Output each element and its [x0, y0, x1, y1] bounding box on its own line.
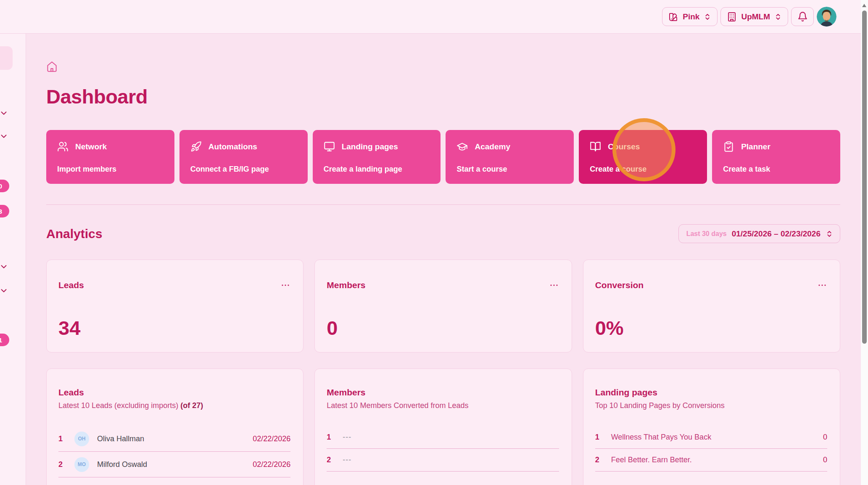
- vertical-scrollbar[interactable]: [861, 0, 868, 485]
- sidebar-count-badge: 3: [0, 205, 9, 217]
- action-title: Network: [75, 142, 107, 151]
- stat-value: 0: [327, 318, 559, 338]
- clipboard-check-icon: [723, 141, 734, 152]
- action-title: Landing pages: [342, 142, 398, 151]
- chevron-down-icon[interactable]: [0, 286, 8, 295]
- building-icon: [727, 12, 737, 22]
- organization-select-label: UpMLM: [741, 12, 770, 21]
- sidebar: 0 3 1: [0, 34, 26, 485]
- dashboard-page: Pink UpMLM: [0, 0, 868, 485]
- network-action-button[interactable]: Network Import members: [46, 130, 174, 184]
- user-avatar[interactable]: [817, 7, 836, 27]
- chevron-down-icon[interactable]: [0, 109, 8, 118]
- scrollbar-thumb[interactable]: [862, 11, 867, 344]
- landing-pages-list-card: Landing pages Top 10 Landing Pages by Co…: [583, 368, 840, 485]
- initials-avatar: OH: [74, 432, 89, 446]
- theme-select-label: Pink: [683, 12, 699, 21]
- stats-row: Leads 34 Members 0 Conversion: [46, 260, 840, 352]
- chevron-down-icon[interactable]: [0, 262, 8, 271]
- date-range-preset-label: Last 30 days: [686, 230, 727, 238]
- list-subtitle: Latest 10 Members Converted from Leads: [327, 401, 559, 410]
- sidebar-active-item[interactable]: [0, 46, 13, 70]
- quick-actions-row: Network Import members Automations: [46, 130, 840, 184]
- home-icon[interactable]: [46, 61, 840, 72]
- lead-row[interactable]: 1 OH Oliva Hallman 02/22/2026: [58, 426, 290, 452]
- chevrons-up-down-icon: [774, 13, 782, 21]
- list-subtitle: Latest 10 Leads (excluding imports) (of …: [58, 401, 290, 410]
- users-icon: [57, 141, 69, 152]
- rocket-icon: [190, 141, 202, 152]
- date-range-select[interactable]: Last 30 days 01/25/2026 – 02/23/2026: [678, 224, 840, 243]
- page-title: Dashboard: [46, 85, 840, 108]
- stat-title: Members: [327, 280, 365, 290]
- stat-title: Leads: [58, 280, 84, 290]
- members-stat-card: Members 0: [314, 260, 572, 352]
- member-row: 2 ---: [327, 449, 559, 472]
- landing-page-row[interactable]: 2 Feel Better. Earn Better. 0: [595, 449, 827, 472]
- action-title: Academy: [475, 142, 510, 151]
- ellipsis-menu-icon[interactable]: [280, 280, 290, 290]
- swatchbook-icon: [668, 12, 678, 22]
- chevron-down-icon[interactable]: [0, 132, 8, 141]
- graduation-cap-icon: [456, 141, 468, 152]
- list-subtitle: Top 10 Landing Pages by Conversions: [595, 401, 827, 410]
- stat-value: 0%: [595, 318, 827, 338]
- action-title: Courses: [608, 142, 640, 151]
- scroll-up-arrow-icon[interactable]: [862, 4, 866, 7]
- ellipsis-menu-icon[interactable]: [549, 280, 559, 290]
- academy-action-button[interactable]: Academy Start a course: [446, 130, 574, 184]
- breadcrumb: [46, 61, 840, 72]
- action-subtitle: Start a course: [456, 165, 564, 174]
- date-range-value: 01/25/2026 – 02/23/2026: [732, 229, 821, 239]
- ellipsis-menu-icon[interactable]: [817, 280, 827, 290]
- automations-action-button[interactable]: Automations Connect a FB/IG page: [179, 130, 308, 184]
- analytics-title: Analytics: [46, 227, 102, 241]
- lists-row: Leads Latest 10 Leads (excluding imports…: [46, 368, 840, 485]
- monitor-icon: [324, 141, 335, 152]
- action-subtitle: Create a course: [590, 165, 697, 174]
- stat-value: 34: [58, 318, 290, 338]
- member-row: 1 ---: [327, 426, 559, 449]
- main-content: Dashboard Network Import members: [26, 34, 861, 485]
- action-subtitle: Import members: [57, 165, 164, 174]
- action-subtitle: Connect a FB/IG page: [190, 165, 298, 174]
- lead-row[interactable]: 2 MO Milford Oswald 02/22/2026: [58, 452, 290, 477]
- top-header: Pink UpMLM: [0, 0, 861, 34]
- planner-action-button[interactable]: Planner Create a task: [712, 130, 840, 184]
- chevrons-up-down-icon: [704, 13, 711, 21]
- members-list-card: Members Latest 10 Members Converted from…: [314, 368, 572, 485]
- section-divider: [46, 204, 840, 205]
- courses-action-button[interactable]: Courses Create a course: [579, 130, 707, 184]
- stat-title: Conversion: [595, 280, 644, 290]
- sidebar-count-badge: 1: [0, 334, 9, 346]
- initials-avatar: MO: [74, 457, 89, 472]
- action-title: Automations: [208, 142, 257, 151]
- landing-page-row[interactable]: 1 Wellness That Pays You Back 0: [595, 426, 827, 449]
- list-title: Leads: [58, 387, 290, 398]
- action-subtitle: Create a landing page: [324, 165, 431, 174]
- list-title: Landing pages: [595, 387, 827, 398]
- notifications-button[interactable]: [791, 7, 814, 26]
- bell-icon: [797, 11, 808, 22]
- book-open-icon: [590, 141, 601, 152]
- landing-pages-action-button[interactable]: Landing pages Create a landing page: [313, 130, 441, 184]
- leads-stat-card: Leads 34: [46, 260, 303, 352]
- theme-select[interactable]: Pink: [662, 7, 718, 26]
- organization-select[interactable]: UpMLM: [720, 7, 788, 26]
- conversion-stat-card: Conversion 0%: [583, 260, 840, 352]
- list-title: Members: [327, 387, 559, 398]
- leads-list-card: Leads Latest 10 Leads (excluding imports…: [46, 368, 303, 485]
- chevrons-up-down-icon: [826, 230, 833, 238]
- action-title: Planner: [741, 142, 770, 151]
- sidebar-count-badge: 0: [0, 180, 9, 192]
- action-subtitle: Create a task: [723, 165, 830, 174]
